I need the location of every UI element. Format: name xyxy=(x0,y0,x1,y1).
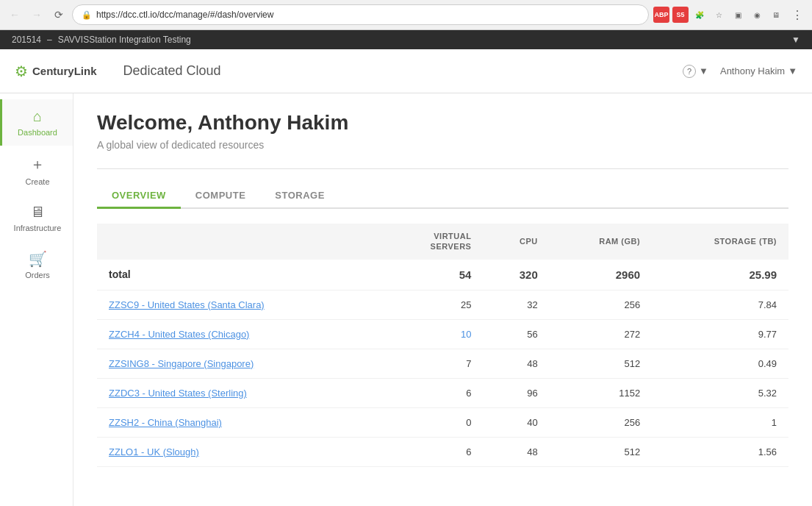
ext-rect[interactable]: ▣ xyxy=(730,7,746,23)
row-vs-0: 25 xyxy=(381,290,483,319)
row-vs-2: 7 xyxy=(381,349,483,378)
table-header-row: VIRTUAL SERVERS CPU RAM (GB) STORAGE (TB… xyxy=(97,224,788,260)
row-cpu-2: 48 xyxy=(483,349,549,378)
page-subtitle: A global view of dedicated resources xyxy=(97,139,788,151)
total-cpu: 320 xyxy=(483,260,549,291)
row-name-4: ZZSH2 - China (Shanghai) xyxy=(97,407,381,437)
forward-button[interactable]: → xyxy=(28,6,46,24)
table-total-row: total 54 320 2960 25.99 xyxy=(97,260,788,291)
row-cpu-5: 48 xyxy=(483,437,549,466)
row-name-2: ZZSING8 - Singapore (Singapore) xyxy=(97,349,381,378)
help-icon: ? xyxy=(683,65,696,78)
row-storage-4: 1 xyxy=(652,407,788,437)
tabs: OVERVIEW COMPUTE STORAGE xyxy=(97,184,788,209)
chrome-menu-button[interactable]: ⋮ xyxy=(788,6,806,24)
logo-text: CenturyLink xyxy=(32,65,97,77)
virtual-servers-label: VIRTUAL SERVERS xyxy=(392,231,471,252)
row-link-4[interactable]: ZZSH2 - China (Shanghai) xyxy=(109,417,222,428)
tab-compute[interactable]: COMPUTE xyxy=(181,184,261,209)
help-dropdown-arrow: ▼ xyxy=(699,65,708,76)
user-menu-button[interactable]: Anthony Hakim ▼ xyxy=(720,65,797,76)
row-storage-2: 0.49 xyxy=(652,349,788,378)
content-area: Welcome, Anthony Hakim A global view of … xyxy=(73,93,812,506)
overview-table: VIRTUAL SERVERS CPU RAM (GB) STORAGE (TB… xyxy=(97,224,788,467)
infrastructure-icon: 🖥 xyxy=(30,204,45,221)
refresh-button[interactable]: ⟳ xyxy=(50,6,68,24)
account-dropdown-arrow[interactable]: ▼ xyxy=(791,35,800,45)
row-link-3[interactable]: ZZDC3 - United States (Sterling) xyxy=(109,388,247,399)
row-ram-0: 256 xyxy=(550,290,652,319)
browser-extensions: ABP S5 🧩 ☆ ▣ ◉ 🖥 xyxy=(653,7,784,23)
row-ram-4: 256 xyxy=(550,407,652,437)
browser-toolbar: ← → ⟳ 🔒 https://dcc.ctl.io/dcc/manage/#/… xyxy=(0,0,812,29)
row-cpu-3: 96 xyxy=(483,378,549,407)
user-name: Anthony Hakim xyxy=(720,65,785,76)
total-label: total xyxy=(97,260,381,291)
sidebar-label-create: Create xyxy=(25,177,49,186)
back-button[interactable]: ← xyxy=(6,6,24,24)
address-text: https://dcc.ctl.io/dcc/manage/#/dash/ove… xyxy=(96,10,639,20)
row-ram-1: 272 xyxy=(550,319,652,349)
row-vs-3: 6 xyxy=(381,378,483,407)
main-layout: ⌂ Dashboard ＋ Create 🖥 Infrastructure 🛒 … xyxy=(0,93,812,506)
row-vs-4: 0 xyxy=(381,407,483,437)
ext-star[interactable]: ☆ xyxy=(711,7,727,23)
account-id: 201514 xyxy=(12,35,41,45)
table-row: ZZDC3 - United States (Sterling) 6 96 11… xyxy=(97,378,788,407)
row-link-5[interactable]: ZZLO1 - UK (Slough) xyxy=(109,446,199,457)
row-name-5: ZZLO1 - UK (Slough) xyxy=(97,437,381,466)
row-vs-1: 10 xyxy=(381,319,483,349)
address-bar[interactable]: 🔒 https://dcc.ctl.io/dcc/manage/#/dash/o… xyxy=(72,4,649,25)
row-name-0: ZZSC9 - United States (Santa Clara) xyxy=(97,290,381,319)
row-storage-0: 7.84 xyxy=(652,290,788,319)
row-storage-3: 5.32 xyxy=(652,378,788,407)
user-dropdown-arrow: ▼ xyxy=(788,65,797,76)
table-row: ZZCH4 - United States (Chicago) 10 56 27… xyxy=(97,319,788,349)
lock-icon: 🔒 xyxy=(82,10,92,20)
ext-puzzle[interactable]: 🧩 xyxy=(691,7,708,23)
total-storage: 25.99 xyxy=(652,260,788,291)
row-storage-5: 1.56 xyxy=(652,437,788,466)
row-ram-2: 512 xyxy=(550,349,652,378)
header-right: ? ▼ Anthony Hakim ▼ xyxy=(683,65,797,78)
help-button[interactable]: ? ▼ xyxy=(683,65,708,78)
browser-chrome: ← → ⟳ 🔒 https://dcc.ctl.io/dcc/manage/#/… xyxy=(0,0,812,30)
sidebar-label-orders: Orders xyxy=(25,271,50,279)
sidebar-item-dashboard[interactable]: ⌂ Dashboard xyxy=(0,99,73,146)
s5-extension[interactable]: S5 xyxy=(672,7,689,23)
tab-overview[interactable]: OVERVIEW xyxy=(97,184,181,209)
tab-storage[interactable]: STORAGE xyxy=(260,184,339,209)
row-link-0[interactable]: ZZSC9 - United States (Santa Clara) xyxy=(109,299,265,310)
page-title: Welcome, Anthony Hakim xyxy=(97,111,788,135)
centurylink-logo-icon: ⚙ xyxy=(15,63,28,80)
divider xyxy=(97,168,788,169)
row-name-1: ZZCH4 - United States (Chicago) xyxy=(97,319,381,349)
row-link-2[interactable]: ZZSING8 - Singapore (Singapore) xyxy=(109,358,254,369)
row-cpu-0: 32 xyxy=(483,290,549,319)
header-left: ⚙ CenturyLink Dedicated Cloud xyxy=(15,63,221,80)
row-vs-5: 6 xyxy=(381,437,483,466)
total-virtual-servers: 54 xyxy=(381,260,483,291)
row-cpu-1: 56 xyxy=(483,319,549,349)
account-banner: 201514 – SAVVISStation Integration Testi… xyxy=(0,30,812,49)
dashboard-icon: ⌂ xyxy=(33,108,42,125)
abp-extension[interactable]: ABP xyxy=(653,7,669,23)
ext-circle[interactable]: ◉ xyxy=(749,7,765,23)
logo[interactable]: ⚙ CenturyLink xyxy=(15,63,97,80)
col-header-cpu: CPU xyxy=(483,224,549,260)
sidebar-item-infrastructure[interactable]: 🖥 Infrastructure xyxy=(0,195,73,241)
row-cpu-4: 40 xyxy=(483,407,549,437)
table-row: ZZSC9 - United States (Santa Clara) 25 3… xyxy=(97,290,788,319)
app-header: ⚙ CenturyLink Dedicated Cloud ? ▼ Anthon… xyxy=(0,49,812,93)
app-title: Dedicated Cloud xyxy=(123,63,221,79)
create-icon: ＋ xyxy=(30,154,45,174)
row-link-1[interactable]: ZZCH4 - United States (Chicago) xyxy=(109,329,249,340)
sidebar: ⌂ Dashboard ＋ Create 🖥 Infrastructure 🛒 … xyxy=(0,93,73,506)
sidebar-item-create[interactable]: ＋ Create xyxy=(0,146,73,195)
ext-monitor[interactable]: 🖥 xyxy=(768,7,784,23)
sidebar-item-orders[interactable]: 🛒 Orders xyxy=(0,241,73,288)
row-ram-5: 512 xyxy=(550,437,652,466)
total-ram: 2960 xyxy=(550,260,652,291)
row-name-3: ZZDC3 - United States (Sterling) xyxy=(97,378,381,407)
col-header-virtual-servers: VIRTUAL SERVERS xyxy=(381,224,483,260)
